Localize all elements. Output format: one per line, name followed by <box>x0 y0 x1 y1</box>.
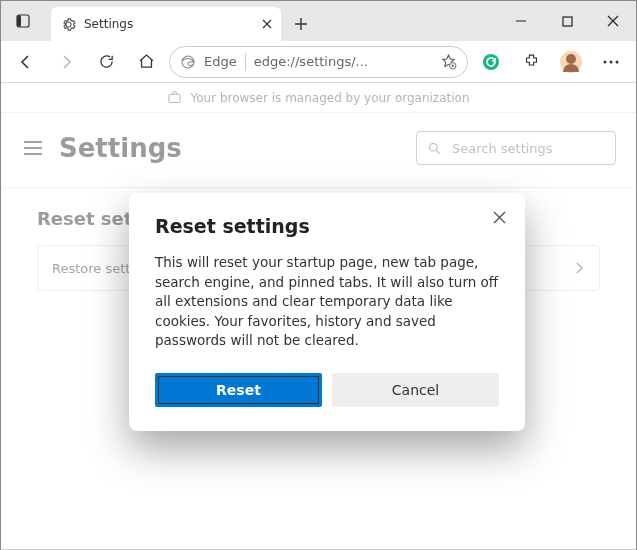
svg-point-7 <box>610 60 613 63</box>
gear-icon <box>61 17 76 32</box>
extensions-button[interactable] <box>514 45 548 79</box>
tab-actions-button[interactable] <box>1 1 45 41</box>
avatar <box>560 51 582 73</box>
minimize-button[interactable] <box>498 1 544 41</box>
dialog-body: This will reset your startup page, new t… <box>155 253 499 351</box>
svg-point-6 <box>604 60 607 63</box>
add-favorite-icon[interactable] <box>440 53 457 70</box>
cancel-button[interactable]: Cancel <box>332 373 499 407</box>
edge-icon <box>180 54 196 70</box>
close-window-button[interactable] <box>590 1 636 41</box>
address-url: edge://settings/... <box>254 54 432 69</box>
svg-point-8 <box>616 60 619 63</box>
home-button[interactable] <box>129 45 163 79</box>
titlebar: Settings <box>1 1 636 41</box>
dialog-title: Reset settings <box>155 215 499 237</box>
separator <box>245 53 246 71</box>
browser-tab[interactable]: Settings <box>51 7 281 41</box>
refresh-button[interactable] <box>89 45 123 79</box>
browser-window: Settings Edge edge://settings/... <box>0 0 637 550</box>
reset-settings-dialog: Reset settings This will reset your star… <box>129 193 525 431</box>
address-label: Edge <box>204 54 237 69</box>
profile-button[interactable] <box>554 45 588 79</box>
browser-toolbar: Edge edge://settings/... <box>1 41 636 83</box>
svg-rect-2 <box>563 17 572 26</box>
dialog-buttons: Reset Cancel <box>155 373 499 407</box>
app-menu-button[interactable] <box>594 45 628 79</box>
svg-point-5 <box>483 54 499 70</box>
reset-button[interactable]: Reset <box>155 373 322 407</box>
dialog-close-button[interactable] <box>487 205 511 229</box>
window-controls <box>498 1 636 41</box>
tab-close-button[interactable] <box>257 14 277 34</box>
new-tab-button[interactable] <box>285 7 317 41</box>
grammarly-icon[interactable] <box>474 45 508 79</box>
forward-button[interactable] <box>49 45 83 79</box>
maximize-button[interactable] <box>544 1 590 41</box>
svg-rect-1 <box>17 15 21 27</box>
address-bar[interactable]: Edge edge://settings/... <box>169 46 468 78</box>
back-button[interactable] <box>9 45 43 79</box>
tab-title: Settings <box>84 17 249 31</box>
